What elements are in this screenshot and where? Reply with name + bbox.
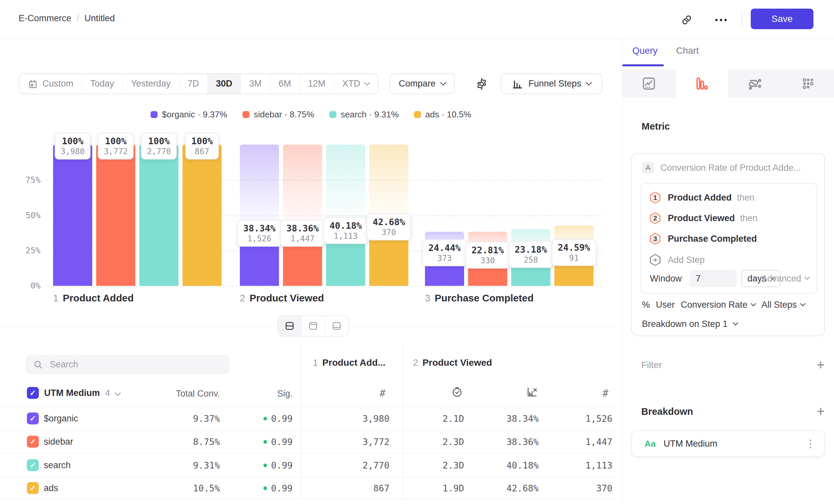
range-7d[interactable]: 7D <box>179 74 208 93</box>
chart-type-button[interactable]: Funnel Steps <box>501 73 602 94</box>
funnel-steps-card: 1 Product Addedthen 2 Product Viewedthen… <box>641 183 817 294</box>
range-6m[interactable]: 6M <box>270 74 300 93</box>
row-checkbox[interactable]: ✓ <box>27 482 39 494</box>
table-step1-header[interactable]: 1Product Add... <box>313 358 386 368</box>
table-row[interactable]: ✓ $organic 9.37% 0.99 3,980 2.1D 38.34% … <box>0 407 618 430</box>
tab-flows[interactable] <box>728 70 782 97</box>
breakdown-item-card[interactable]: Aa UTM Medium ⋮ <box>631 430 825 457</box>
link-icon <box>681 14 693 26</box>
metric-title[interactable]: Conversion Rate of Product Adde... <box>660 162 801 174</box>
y-axis-tick: 0% <box>6 281 41 291</box>
breakdown-on-step-selector[interactable]: Breakdown on Step 1 <box>642 319 738 329</box>
range-today[interactable]: Today <box>82 74 123 93</box>
chart-legend: $organic · 9.37% sidebar · 8.75% search … <box>0 109 622 120</box>
window-value-input[interactable] <box>690 270 737 287</box>
legend-item[interactable]: ads · 10.5% <box>414 109 471 120</box>
tab-chart[interactable]: Chart <box>676 45 699 56</box>
breadcrumb: E-Commerce / Untitled <box>19 13 115 24</box>
active-tab-underline <box>622 64 664 66</box>
tab-query[interactable]: Query <box>632 45 658 56</box>
kebab-menu-icon[interactable]: ⋮ <box>805 437 816 450</box>
step-row-1[interactable]: 1 Product Addedthen <box>641 188 816 207</box>
row-checkbox[interactable]: ✓ <box>27 436 39 448</box>
add-step-row[interactable]: + Add Step <box>641 251 816 269</box>
add-breakdown-button[interactable]: + <box>816 405 825 418</box>
range-12m[interactable]: 12M <box>300 74 334 93</box>
row-name: $organic <box>44 407 78 430</box>
breakdown-label: Breakdown <box>641 406 693 417</box>
row-sig: 0.99 <box>232 407 292 430</box>
row-total-conv: 9.37% <box>159 407 220 430</box>
funnel-bar-step1-organic[interactable] <box>53 144 92 286</box>
table-row[interactable]: ✓ search 9.31% 0.99 2,770 2.3D 40.18% 1,… <box>0 454 618 477</box>
save-button[interactable]: Save <box>751 8 813 29</box>
funnel-ghost-step2-sidebar <box>283 144 322 232</box>
range-custom[interactable]: Custom <box>20 74 82 93</box>
range-yesterday[interactable]: Yesterday <box>123 74 179 93</box>
window-label: Window <box>650 274 682 284</box>
layout-split-button[interactable] <box>278 316 302 336</box>
share-link-button[interactable] <box>679 13 694 27</box>
gridline-0 <box>46 286 602 287</box>
compare-button[interactable]: Compare <box>390 73 455 94</box>
row-checkbox[interactable]: ✓ <box>27 459 39 471</box>
tab-retention[interactable] <box>782 70 834 97</box>
scope-selector[interactable]: All Steps <box>761 300 805 310</box>
step-1-hex-badge: 1 <box>650 192 660 204</box>
more-menu-button[interactable]: ••• <box>712 13 732 27</box>
row-checkbox[interactable]: ✓ <box>27 412 39 425</box>
funnel-bar-step1-search[interactable] <box>139 144 178 286</box>
row-name: ads <box>44 477 58 499</box>
count-metric-icon[interactable]: # <box>379 387 386 399</box>
legend-item[interactable]: sidebar · 8.75% <box>242 109 314 120</box>
step-row-3[interactable]: 3 Purchase Completed <box>641 229 816 248</box>
analysis-type-tabs <box>622 70 834 97</box>
row-sig: 0.99 <box>232 477 292 499</box>
flow-icon <box>748 76 762 91</box>
layout-table-only-button[interactable] <box>325 316 348 336</box>
layout-bottom-icon <box>332 321 342 331</box>
avg-time-metric-button[interactable] <box>450 385 464 399</box>
legend-item[interactable]: $organic · 9.37% <box>151 109 227 120</box>
legend-label: sidebar · 8.75% <box>254 109 314 120</box>
page-title[interactable]: Untitled <box>85 13 115 24</box>
percent-symbol: % <box>642 300 650 310</box>
count-metric-icon[interactable]: # <box>602 387 609 399</box>
funnel-bar-step1-ads[interactable] <box>182 144 222 286</box>
range-30d-active[interactable]: 30D <box>208 74 241 93</box>
group-by-label[interactable]: UTM Medium <box>44 388 100 398</box>
sig-dot <box>263 440 267 444</box>
range-today-label: Today <box>90 78 114 89</box>
conversion-rate-metric-button[interactable] <box>525 385 540 399</box>
select-all-checkbox[interactable]: ✓ <box>27 387 39 399</box>
chevron-down-icon[interactable] <box>114 390 121 396</box>
legend-item[interactable]: search · 9.31% <box>329 109 399 120</box>
table-row[interactable]: ✓ sidebar 8.75% 0.99 3,772 2.3D 38.36% 1… <box>0 430 618 454</box>
table-row[interactable]: ✓ ads 10.5% 0.99 867 1.9D 42.68% 370 <box>0 477 618 499</box>
range-3m[interactable]: 3M <box>241 74 270 93</box>
table-step2-header[interactable]: 2Product Viewed <box>413 358 492 368</box>
row-step2-conv: 38.34% <box>484 407 539 430</box>
funnel-bar-step1-sidebar[interactable] <box>96 144 135 286</box>
breadcrumb-project[interactable]: E-Commerce <box>19 13 71 24</box>
entity-selector[interactable]: User <box>656 300 675 310</box>
date-range-segmented-control: Custom Today Yesterday 7D 30D 3M 6M 12M … <box>19 73 378 94</box>
advanced-toggle[interactable]: Advanced <box>761 274 809 284</box>
chart-settings-button[interactable] <box>473 75 491 93</box>
tab-insights[interactable] <box>622 70 676 97</box>
compare-label: Compare <box>399 78 436 89</box>
add-filter-button[interactable]: + <box>816 359 825 372</box>
tab-funnels-active[interactable] <box>676 70 728 97</box>
chart-type-label: Funnel Steps <box>528 78 581 89</box>
row-sig: 0.99 <box>232 430 292 453</box>
bar-value-label: 100%3,980 <box>55 133 91 160</box>
layout-chart-only-button[interactable] <box>302 316 325 336</box>
range-xtd[interactable]: XTD <box>334 74 378 93</box>
total-conv-column-header[interactable]: Total Conv. <box>159 389 220 399</box>
ellipsis-icon: ••• <box>715 15 728 25</box>
search-input[interactable] <box>49 359 210 370</box>
step-row-2[interactable]: 2 Product Viewedthen <box>641 209 816 227</box>
sig-column-header[interactable]: Sig. <box>252 389 292 399</box>
sig-dot <box>263 417 267 420</box>
rate-selector[interactable]: Conversion Rate <box>681 300 755 310</box>
